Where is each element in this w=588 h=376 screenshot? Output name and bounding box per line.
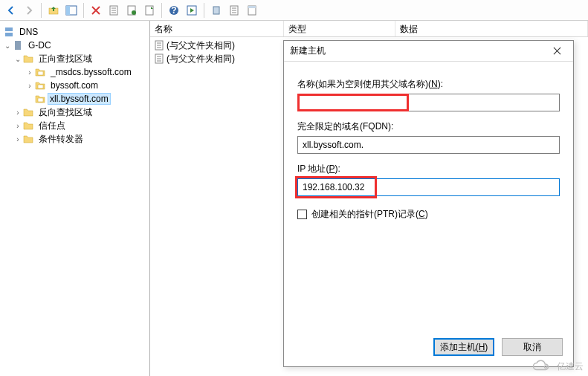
tree-label: xll.byssoft.com <box>48 93 111 105</box>
server-icon <box>12 39 24 51</box>
tree-server[interactable]: ⌄ G-DC <box>1 39 148 52</box>
tree-zone-xll[interactable]: xll.byssoft.com <box>1 92 148 106</box>
col-data[interactable]: 数据 <box>395 21 588 36</box>
dialog-body: 名称(如果为空则使用其父域名称)(N): 完全限定的域名(FQDN): IP 地… <box>284 62 573 331</box>
cancel-button[interactable]: 取消 <box>502 338 563 356</box>
run-button[interactable] <box>184 2 200 19</box>
dialog-buttons: 添加主机(H) 取消 <box>284 331 573 366</box>
tree-conditional-forwarders[interactable]: › 条件转发器 <box>1 132 148 146</box>
properties-button[interactable] <box>244 2 260 19</box>
col-type[interactable]: 类型 <box>284 21 395 36</box>
tree-panel: DNS ⌄ G-DC ⌄ 正向查找区域 › _msdcs.byssoft.com… <box>0 21 150 376</box>
tree-label: byssoft.com <box>48 80 101 91</box>
tree-label: 反向查找区域 <box>36 106 95 120</box>
col-name[interactable]: 名称 <box>150 21 284 36</box>
svg-rect-15 <box>5 33 13 36</box>
toolbar: ? <box>0 0 588 21</box>
ptr-checkbox[interactable] <box>297 210 307 219</box>
folder-icon <box>22 53 34 65</box>
expander-icon[interactable]: › <box>25 82 34 90</box>
tree-label: DNS <box>16 26 41 38</box>
ip-input-wrap <box>297 178 560 196</box>
record-icon <box>153 39 165 51</box>
svg-rect-16 <box>15 41 21 50</box>
add-host-button[interactable]: 添加主机(H) <box>433 338 494 356</box>
svg-rect-6 <box>146 6 153 15</box>
new-record-button[interactable] <box>226 2 242 19</box>
item-text: (与父文件夹相同) <box>167 39 235 52</box>
zone-icon <box>34 66 46 78</box>
fqdn-input <box>297 136 560 154</box>
refresh-button[interactable] <box>106 2 122 19</box>
svg-point-5 <box>132 10 136 15</box>
dialog-title-text: 新建主机 <box>290 45 546 57</box>
ptr-checkbox-row[interactable]: 创建相关的指针(PTR)记录(C) <box>297 208 560 221</box>
tree-trust-points[interactable]: › 信任点 <box>1 119 148 132</box>
name-input[interactable] <box>297 94 560 111</box>
expander-icon[interactable]: › <box>13 108 22 117</box>
zone-icon <box>34 80 46 91</box>
svg-rect-10 <box>213 7 219 14</box>
name-input-highlight <box>297 94 560 111</box>
ptr-label: 创建相关的指针(PTR)记录(C) <box>311 208 428 221</box>
expander-icon[interactable]: ⌄ <box>13 55 22 63</box>
export-button[interactable] <box>123 2 140 19</box>
expander-icon[interactable]: › <box>13 122 22 130</box>
expander-icon[interactable]: › <box>13 135 22 143</box>
show-hide-tree-button[interactable] <box>63 2 80 19</box>
back-button[interactable] <box>3 2 19 19</box>
item-text: (与父文件夹相同) <box>167 53 235 65</box>
tree-root-dns[interactable]: DNS <box>1 25 148 39</box>
close-icon <box>553 47 561 55</box>
svg-text:?: ? <box>171 5 176 16</box>
tree-label: _msdcs.byssoft.com <box>48 66 135 78</box>
dialog-titlebar: 新建主机 <box>284 41 573 62</box>
svg-rect-19 <box>38 98 43 102</box>
separator <box>41 3 42 18</box>
tree-forward-zones[interactable]: ⌄ 正向查找区域 <box>1 52 148 65</box>
list-header: 名称 类型 数据 <box>150 21 588 37</box>
separator <box>161 3 162 18</box>
separator <box>204 3 204 18</box>
help-button[interactable]: ? <box>166 2 182 19</box>
svg-rect-13 <box>248 6 256 8</box>
tree-label: 条件转发器 <box>36 132 86 146</box>
new-window-button[interactable] <box>208 2 224 19</box>
svg-rect-17 <box>38 71 43 75</box>
tree-reverse-zones[interactable]: › 反向查找区域 <box>1 106 148 119</box>
new-query-button[interactable] <box>141 2 158 19</box>
folder-icon <box>22 120 34 132</box>
ip-label: IP 地址(P): <box>297 163 560 175</box>
tree-zone-msdcs[interactable]: › _msdcs.byssoft.com <box>1 65 148 79</box>
tree-label: 信任点 <box>36 119 68 133</box>
name-label: 名称(如果为空则使用其父域名称)(N): <box>297 78 560 91</box>
delete-button[interactable] <box>88 2 104 19</box>
forward-button[interactable] <box>21 2 37 19</box>
svg-rect-14 <box>5 27 13 31</box>
tree-label: G-DC <box>25 39 54 51</box>
expander-icon[interactable]: ⌄ <box>3 42 12 50</box>
tree-zone-byssoft[interactable]: › byssoft.com <box>1 79 148 92</box>
new-host-dialog: 新建主机 名称(如果为空则使用其父域名称)(N): 完全限定的域名(FQDN):… <box>283 40 574 367</box>
up-button[interactable] <box>45 2 62 19</box>
zone-icon <box>34 93 46 105</box>
tree-label: 正向查找区域 <box>36 52 95 66</box>
svg-rect-18 <box>38 85 43 88</box>
dns-icon <box>3 26 15 38</box>
folder-icon <box>22 133 34 145</box>
folder-icon <box>22 106 34 118</box>
close-button[interactable] <box>546 44 567 59</box>
expander-icon[interactable]: › <box>25 68 34 77</box>
separator <box>83 3 84 18</box>
fqdn-label: 完全限定的域名(FQDN): <box>297 120 560 133</box>
record-icon <box>153 53 165 65</box>
ip-input[interactable] <box>297 178 560 196</box>
svg-rect-2 <box>66 6 70 15</box>
